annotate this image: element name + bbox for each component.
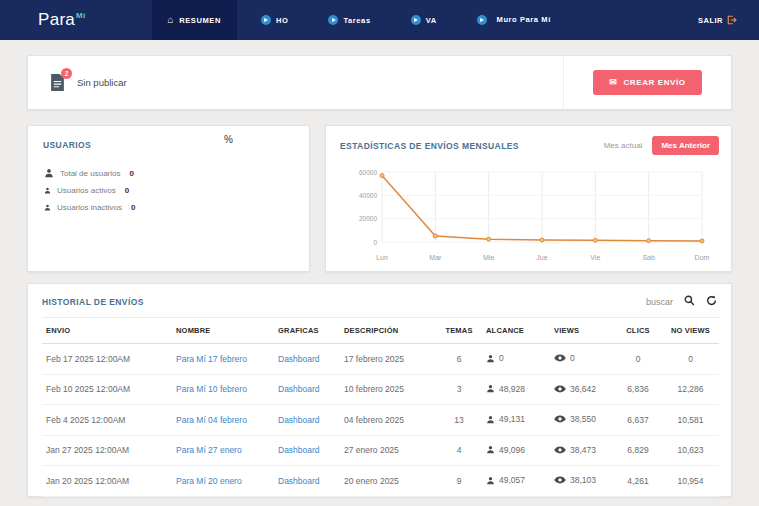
envio-name-link[interactable]: Para Mí 04 febrero: [176, 415, 247, 425]
cell-alcance: 49,096: [482, 435, 550, 466]
logout-label: SALIR: [698, 16, 723, 25]
column-header: NOMBRE: [172, 318, 274, 344]
user-total-icon: [44, 168, 54, 178]
user-active-icon: [44, 187, 51, 194]
stat-label: Usuarios inactivos: [57, 203, 122, 212]
cell-envio: Feb 17 2025 12:00AM: [42, 344, 172, 375]
person-icon: [486, 445, 495, 454]
svg-text:Mie: Mie: [483, 254, 494, 261]
column-header: VIEWS: [550, 318, 614, 344]
cell-temas: 9: [436, 466, 482, 497]
stat-value: 0: [131, 203, 135, 212]
stat-value: 0: [129, 169, 133, 178]
svg-text:60000: 60000: [359, 169, 377, 176]
eye-icon: [554, 354, 566, 362]
current-month-toggle[interactable]: Mes actual: [604, 141, 643, 150]
table-row: Feb 17 2025 12:00AM Para Mí 17 febrero D…: [42, 344, 719, 375]
publish-status-card: 2 Sin publicar ✉ CREAR ENVÍO: [27, 55, 732, 110]
nav-label: RESUMEN: [179, 16, 221, 25]
nav-item-va[interactable]: VA: [411, 15, 437, 25]
publish-label: Sin publicar: [77, 77, 127, 88]
table-row: Feb 4 2025 12:00AM Para Mí 04 febrero Da…: [42, 405, 719, 436]
create-envio-button[interactable]: ✉ CREAR ENVÍO: [593, 70, 701, 95]
cell-nombre: Para Mí 04 febrero: [172, 405, 274, 436]
svg-text:Lun: Lun: [376, 254, 388, 261]
stat-inactive-users: Usuarios inactivos 0: [44, 203, 135, 212]
stat-active-users: Usuarios activos 0: [44, 186, 135, 195]
cell-noviews: 0: [662, 344, 719, 375]
nav-item-resumen[interactable]: ⌂ RESUMEN: [152, 0, 237, 40]
percent-label: %: [224, 134, 233, 145]
table-row: Jan 20 2025 12:00AM Para Mí 20 enero Das…: [42, 466, 719, 497]
svg-text:0: 0: [373, 239, 377, 246]
dashboard-link[interactable]: Dashboard: [278, 354, 320, 364]
users-card: USUARIOS % Total de usuarios 0 Usuarios …: [27, 125, 310, 272]
cell-clics: 0: [614, 344, 662, 375]
cell-graficas: Dashboard: [274, 466, 340, 497]
table-row: Feb 10 2025 12:00AM Para Mí 10 febrero D…: [42, 374, 719, 405]
table-row: Jan 27 2025 12:00AM Para Mí 27 enero Das…: [42, 435, 719, 466]
column-header: TEMAS: [436, 318, 482, 344]
envio-name-link[interactable]: Para Mí 27 enero: [176, 445, 242, 455]
nav-item-ho[interactable]: HO: [261, 15, 288, 25]
cell-noviews: 12,286: [662, 374, 719, 405]
publish-actions: ✉ CREAR ENVÍO: [563, 56, 731, 109]
dashboard-link[interactable]: Dashboard: [278, 445, 320, 455]
eye-icon: [554, 446, 566, 454]
cell-noviews: 10,581: [662, 405, 719, 436]
play-icon: [328, 15, 338, 25]
cell-descripcion: 20 enero 2025: [340, 466, 436, 497]
stat-label: Total de usuarios: [60, 169, 120, 178]
refresh-button[interactable]: [706, 294, 717, 309]
svg-text:Dom: Dom: [695, 254, 710, 261]
person-icon: [486, 415, 495, 424]
cell-descripcion: 27 enero 2025: [340, 435, 436, 466]
play-icon: [411, 15, 421, 25]
cell-views: 0: [550, 344, 614, 375]
nav-item-muro-para-mi[interactable]: Muro Para Mí: [477, 15, 556, 26]
history-card: HISTORIAL DE ENVÍOS buscar: [27, 283, 732, 497]
envio-name-link[interactable]: Para Mí 17 febrero: [176, 354, 247, 364]
column-header: CLICS: [614, 318, 662, 344]
cell-nombre: Para Mí 10 febrero: [172, 374, 274, 405]
previous-month-button[interactable]: Mes Anterior: [652, 136, 719, 155]
nav-items: ⌂ RESUMEN HO Tareas VA Muro Para Mí: [152, 0, 596, 40]
cell-views: 38,550: [550, 405, 614, 436]
dashboard-link[interactable]: Dashboard: [278, 476, 320, 486]
history-table: ENVIONOMBREGRAFICASDESCRIPCIÓNTEMASALCAN…: [42, 317, 719, 497]
envio-name-link[interactable]: Para Mí 10 febrero: [176, 384, 247, 394]
history-header: HISTORIAL DE ENVÍOS buscar: [28, 284, 731, 317]
nav-label: HO: [276, 16, 288, 25]
logout-button[interactable]: SALIR: [698, 15, 737, 25]
history-table-body: Feb 17 2025 12:00AM Para Mí 17 febrero D…: [42, 344, 719, 497]
svg-text:Vie: Vie: [590, 254, 600, 261]
dashboard-page: ParaMí ⌂ RESUMEN HO Tareas VA Muro Para …: [0, 0, 759, 506]
cell-nombre: Para Mí 20 enero: [172, 466, 274, 497]
cell-graficas: Dashboard: [274, 435, 340, 466]
nav-item-tareas[interactable]: Tareas: [328, 15, 370, 25]
history-header-row: ENVIONOMBREGRAFICASDESCRIPCIÓNTEMASALCAN…: [42, 318, 719, 344]
envio-name-link[interactable]: Para Mí 20 enero: [176, 476, 242, 486]
svg-text:20000: 20000: [359, 215, 377, 222]
stats-card-header: ESTADÍSTICAS DE ENVÍOS MENSUALES Mes act…: [326, 126, 731, 155]
unpublished-count-badge: 2: [61, 68, 72, 79]
monthly-stats-card: ESTADÍSTICAS DE ENVÍOS MENSUALES Mes act…: [325, 125, 732, 272]
column-header: DESCRIPCIÓN: [340, 318, 436, 344]
stat-label: Usuarios activos: [57, 186, 116, 195]
cell-envio: Feb 4 2025 12:00AM: [42, 405, 172, 436]
stats-card-title: ESTADÍSTICAS DE ENVÍOS MENSUALES: [340, 141, 519, 151]
cell-clics: 6,836: [614, 374, 662, 405]
cell-alcance: 0: [482, 344, 550, 375]
cell-views: 38,473: [550, 435, 614, 466]
person-icon: [486, 384, 495, 393]
dashboard-link[interactable]: Dashboard: [278, 384, 320, 394]
cell-temas: 4: [436, 435, 482, 466]
line-chart: LunMarMieJueVieSabDom0200004000060000: [340, 164, 718, 266]
cell-envio: Feb 10 2025 12:00AM: [42, 374, 172, 405]
dashboard-link[interactable]: Dashboard: [278, 415, 320, 425]
cell-views: 38,103: [550, 466, 614, 497]
app-logo[interactable]: ParaMí: [38, 10, 86, 30]
search-button[interactable]: [684, 294, 695, 309]
eye-icon: [554, 385, 566, 393]
logo-text: Para: [38, 10, 75, 29]
